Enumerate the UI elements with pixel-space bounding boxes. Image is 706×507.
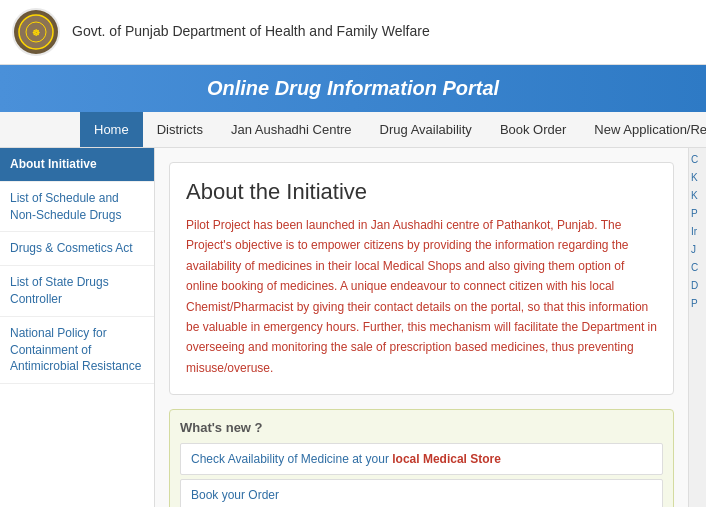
sidebar: About Initiative List of Schedule and No… <box>0 148 155 507</box>
main-content: About the Initiative Pilot Project has b… <box>155 148 688 507</box>
nav-item-districts[interactable]: Districts <box>143 112 217 147</box>
about-paragraph: Pilot Project has been launched in Jan A… <box>186 215 657 378</box>
portal-title: Online Drug Information Portal <box>207 77 499 99</box>
logo: ☸ <box>12 8 60 56</box>
whats-new-item-1[interactable]: Check Availability of Medicine at your l… <box>180 443 663 475</box>
navbar: Home Districts Jan Aushadhi Centre Drug … <box>0 112 706 148</box>
sidebar-item-about[interactable]: About Initiative <box>0 148 154 182</box>
right-panel-char-4[interactable]: P <box>691 206 704 222</box>
right-panel-char-1[interactable]: C <box>691 152 704 168</box>
whats-new-item-2[interactable]: Book your Order <box>180 479 663 507</box>
right-panel-char-3[interactable]: K <box>691 188 704 204</box>
sidebar-item-drugs-cosmetics[interactable]: Drugs & Cosmetics Act <box>0 232 154 266</box>
nav-item-jan-aushadhi[interactable]: Jan Aushadhi Centre <box>217 112 366 147</box>
org-name: Govt. of Punjab Department of Health and… <box>72 22 430 42</box>
sidebar-item-state-drugs[interactable]: List of State Drugs Controller <box>0 266 154 317</box>
whats-new-item-2-text: Book your Order <box>191 488 279 502</box>
nav-item-drug-availability[interactable]: Drug Availability <box>366 112 486 147</box>
svg-text:☸: ☸ <box>32 28 40 38</box>
right-panel-char-9[interactable]: P <box>691 296 704 312</box>
header: ☸ Govt. of Punjab Department of Health a… <box>0 0 706 65</box>
whats-new-item-1-highlight: local Medical Store <box>392 452 501 466</box>
portal-banner: Online Drug Information Portal <box>0 65 706 112</box>
right-panel-char-8[interactable]: D <box>691 278 704 294</box>
whats-new-item-1-text: Check Availability of Medicine at your <box>191 452 392 466</box>
main-layout: About Initiative List of Schedule and No… <box>0 148 706 507</box>
nav-item-new-application[interactable]: New Application/Renewal of Licens... <box>580 112 706 147</box>
sidebar-item-schedule-drugs[interactable]: List of Schedule and Non-Schedule Drugs <box>0 182 154 233</box>
right-panel-char-2[interactable]: K <box>691 170 704 186</box>
nav-item-home[interactable]: Home <box>80 112 143 147</box>
about-heading: About the Initiative <box>186 179 657 205</box>
right-panel: C K K P Ir J C D P <box>688 148 706 507</box>
whats-new-title: What's new ? <box>180 420 663 435</box>
about-box: About the Initiative Pilot Project has b… <box>169 162 674 395</box>
right-panel-char-6[interactable]: J <box>691 242 704 258</box>
sidebar-item-national-policy[interactable]: National Policy for Containment of Antim… <box>0 317 154 384</box>
right-panel-char-5[interactable]: Ir <box>691 224 704 240</box>
right-panel-char-7[interactable]: C <box>691 260 704 276</box>
logo-emblem: ☸ <box>14 10 58 54</box>
nav-item-book-order[interactable]: Book Order <box>486 112 580 147</box>
whats-new-box: What's new ? Check Availability of Medic… <box>169 409 674 507</box>
